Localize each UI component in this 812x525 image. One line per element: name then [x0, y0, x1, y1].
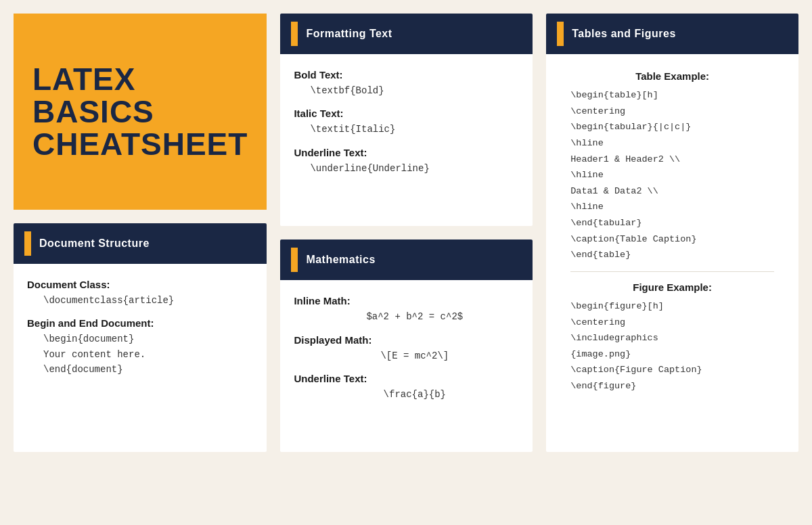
figure-code-block: \begin{figure}[h] \centering \includegra…: [560, 298, 785, 394]
mathematics-card: Mathematics Inline Math: $a^2 + b^2 = c^…: [280, 239, 533, 452]
document-structure-title: Document Structure: [39, 237, 150, 250]
begin-end-label: Begin and End Document:: [27, 317, 253, 329]
formatting-header: Formatting Text: [280, 14, 533, 54]
figure-example-title: Figure Example:: [560, 281, 785, 293]
formatting-title: Formatting Text: [306, 28, 392, 40]
doc-class-code: \documentclass{article}: [43, 293, 253, 308]
document-structure-body: Document Class: \documentclass{article} …: [14, 264, 267, 392]
header-accent-icon: [557, 22, 564, 46]
mathematics-body: Inline Math: $a^2 + b^2 = c^2$ Displayed…: [280, 280, 533, 417]
document-structure-card: Document Structure Document Class: \docu…: [14, 223, 267, 452]
underline-code: \underline{Underline}: [310, 161, 519, 176]
doc-class-label: Document Class:: [27, 279, 253, 290]
tables-figures-card: Tables and Figures Table Example: \begin…: [546, 14, 798, 452]
bold-code: \textbf{Bold}: [310, 83, 519, 98]
inline-math-label: Inline Math:: [294, 295, 519, 306]
formatting-card: Formatting Text Bold Text: \textbf{Bold}…: [280, 14, 533, 226]
table-example-title: Table Example:: [560, 70, 785, 82]
italic-code: \textit{Italic}: [310, 122, 519, 137]
section-divider: [570, 271, 774, 272]
mathematics-title: Mathematics: [306, 254, 375, 266]
italic-label: Italic Text:: [294, 108, 519, 119]
header-accent-icon: [24, 231, 31, 256]
column-2: Formatting Text Bold Text: \textbf{Bold}…: [280, 14, 533, 452]
column-1: LATEX BASICS CHEATSHEET Document Structu…: [14, 14, 267, 452]
title-block: LATEX BASICS CHEATSHEET: [14, 14, 267, 210]
underline-label: Underline Text:: [294, 147, 519, 158]
displayed-math-label: Displayed Math:: [294, 334, 519, 346]
displayed-math-code: \[E = mc^2\]: [310, 348, 519, 363]
math-underline-label: Underline Text:: [294, 373, 519, 384]
tables-figures-body: Table Example: \begin{table}[h] \centeri…: [546, 54, 798, 407]
column-3: Tables and Figures Table Example: \begin…: [546, 14, 798, 452]
bold-label: Bold Text:: [294, 69, 519, 81]
table-code-block: \begin{table}[h] \centering \begin{tabul…: [560, 87, 785, 263]
tables-figures-title: Tables and Figures: [572, 28, 676, 40]
formatting-body: Bold Text: \textbf{Bold} Italic Text: \t…: [280, 54, 533, 191]
document-structure-header: Document Structure: [14, 223, 267, 264]
mathematics-header: Mathematics: [280, 239, 533, 280]
main-title: LATEX BASICS CHEATSHEET: [32, 63, 248, 161]
inline-math-code: $a^2 + b^2 = c^2$: [310, 309, 519, 324]
begin-end-code: \begin{document} Your content here. \end…: [43, 332, 253, 377]
header-accent-icon: [291, 22, 298, 46]
math-underline-code: \frac{a}{b}: [310, 387, 519, 402]
tables-figures-header: Tables and Figures: [546, 14, 798, 54]
header-accent-icon: [291, 248, 298, 272]
page: LATEX BASICS CHEATSHEET Document Structu…: [0, 0, 812, 525]
